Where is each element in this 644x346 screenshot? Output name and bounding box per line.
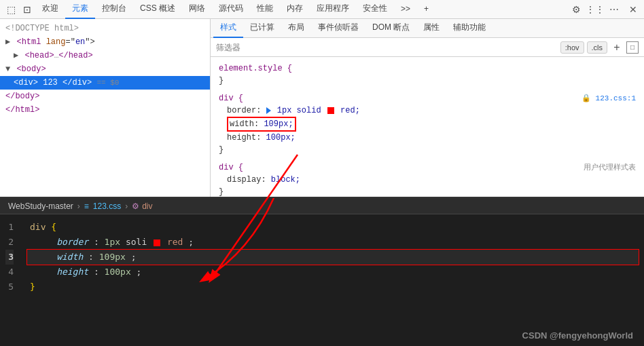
code-line-2: border : 1px soli red ; [27, 235, 639, 250]
filter-input[interactable] [216, 43, 558, 52]
line-numbers: 1 2 3 4 5 [0, 214, 22, 346]
menu-performance[interactable]: 性能 [250, 0, 280, 19]
close-panel-icon[interactable]: ✕ [625, 1, 641, 18]
expand-triangle[interactable] [266, 107, 271, 114]
html-line-html[interactable]: ▶ <html lang="en"> [0, 35, 210, 49]
tab-layout[interactable]: 布局 [281, 19, 311, 38]
menu-css[interactable]: CSS 概述 [133, 0, 182, 19]
menu-security[interactable]: 安全性 [356, 0, 394, 19]
editor-breadcrumb: WebStudy-master › ≡ 123.css › ⚙ div [0, 198, 644, 214]
editor-content: 1 2 3 4 5 div { border : 1px so [0, 214, 644, 346]
breadcrumb-css-icon: ≡ [84, 201, 89, 211]
tab-accessibility[interactable]: 辅助功能 [446, 19, 493, 38]
editor-color-swatch [154, 239, 160, 246]
menu-console[interactable]: 控制台 [95, 0, 133, 19]
code-line-4: height : 100px ; [27, 265, 639, 280]
menu-application[interactable]: 应用程序 [310, 0, 356, 19]
tab-computed[interactable]: 已计算 [243, 19, 281, 38]
more-options-icon[interactable]: ⋯ [606, 1, 622, 18]
html-line-head[interactable]: ▶ <head>…</head> [0, 49, 210, 62]
breadcrumb-project: WebStudy-master [8, 201, 73, 211]
hov-button[interactable]: :hov [560, 41, 584, 54]
share-icon[interactable]: ⋮⋮ [587, 1, 603, 18]
css-block-div: 🔒 123.css:1 div { border: 1px solid red;… [211, 90, 644, 159]
breadcrumb-css-file: 123.css [93, 201, 121, 211]
html-line-close-html: </html> [0, 103, 210, 117]
menu-network[interactable]: 网络 [182, 0, 212, 19]
user-agent-label: 用户代理样式表 [584, 161, 636, 174]
breadcrumb-selector-icon: ⚙ [132, 201, 139, 211]
code-editor: WebStudy-master › ≡ 123.css › ⚙ div 1 2 … [0, 197, 644, 346]
settings-icon[interactable]: ⚙ [568, 1, 584, 18]
menu-more[interactable]: >> [394, 0, 417, 19]
tab-event-listeners[interactable]: 事件侦听器 [311, 19, 365, 38]
css-block-user-agent: 用户代理样式表 div { display: block; } [211, 159, 644, 201]
code-line-1: div { [27, 220, 639, 235]
html-line-close-body: </body> [0, 90, 210, 103]
code-content[interactable]: div { border : 1px soli red ; [22, 214, 644, 346]
code-line-3: width : 109px ; [27, 250, 639, 265]
tab-properties[interactable]: 属性 [416, 19, 446, 38]
source-link[interactable]: 🔒 123.css:1 [582, 92, 636, 104]
width-highlight-box: width: 109px; [227, 117, 296, 132]
styles-tabs: 样式 已计算 布局 事件侦听器 DOM 断点 属性 辅助功能 [211, 19, 644, 38]
watermark: CSDN @fengyehongWorld [522, 330, 633, 341]
tab-dom-breakpoints[interactable]: DOM 断点 [365, 19, 416, 38]
expand-arrow-body[interactable]: ▼ [5, 64, 10, 74]
menu-elements[interactable]: 元素 [65, 0, 95, 19]
menu-memory[interactable]: 内存 [280, 0, 310, 19]
color-swatch-red[interactable] [327, 107, 334, 114]
code-line-5: } [27, 280, 639, 294]
html-line-div[interactable]: <div> 123 </div> == $0 [0, 76, 210, 90]
add-style-btn[interactable]: + [610, 41, 624, 54]
add-panel-btn[interactable]: + [417, 0, 435, 19]
devtools-menu: ⬚ ⊡ 欢迎 元素 控制台 CSS 概述 网络 源代码 性能 内存 应用程序 安… [0, 0, 644, 19]
css-block-element-style: element.style { } [211, 60, 644, 90]
inspect-icon[interactable]: ⬚ [3, 1, 19, 18]
breadcrumb-selector: div [142, 201, 152, 211]
html-line-doctype: <!DOCTYPE html> [0, 22, 210, 35]
tab-styles[interactable]: 样式 [213, 19, 243, 38]
device-icon[interactable]: ⊡ [19, 1, 35, 18]
menu-welcome[interactable]: 欢迎 [35, 0, 65, 19]
cls-button[interactable]: .cls [587, 41, 608, 54]
expand-arrow[interactable]: ▶ [5, 37, 10, 47]
filter-bar: :hov .cls + □ [211, 38, 644, 57]
menu-source[interactable]: 源代码 [212, 0, 250, 19]
html-line-body[interactable]: ▼ <body> [0, 62, 210, 76]
toggle-icon[interactable]: □ [626, 41, 639, 54]
expand-arrow-head[interactable]: ▶ [14, 51, 18, 60]
